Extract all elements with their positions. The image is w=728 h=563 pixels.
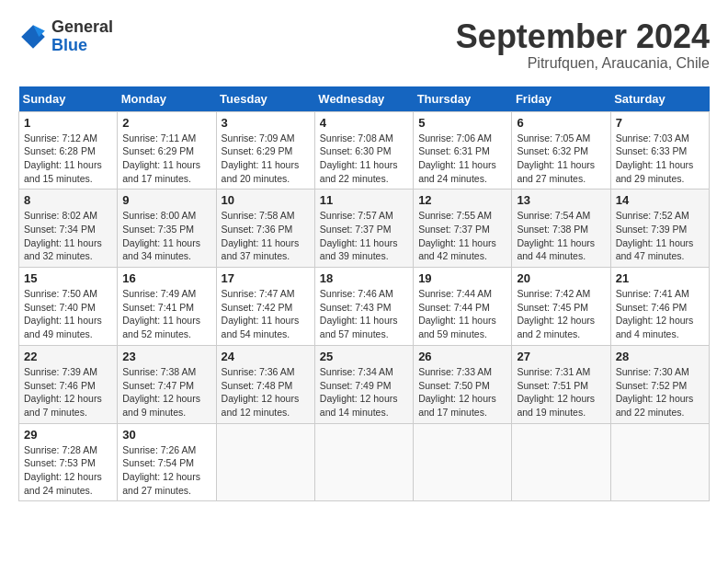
day-number: 17 bbox=[222, 271, 310, 285]
day-info: Sunrise: 7:09 AM Sunset: 6:29 PM Dayligh… bbox=[222, 132, 310, 186]
day-info: Sunrise: 7:05 AM Sunset: 6:32 PM Dayligh… bbox=[517, 132, 605, 186]
day-number: 28 bbox=[616, 350, 704, 363]
day-info: Sunrise: 7:36 AM Sunset: 7:48 PM Dayligh… bbox=[222, 365, 310, 419]
day-number: 22 bbox=[24, 350, 112, 363]
calendar-cell: 27 Sunrise: 7:31 AM Sunset: 7:51 PM Dayl… bbox=[512, 345, 610, 423]
logo: General Blue bbox=[18, 18, 113, 55]
calendar-cell: 14 Sunrise: 7:52 AM Sunset: 7:39 PM Dayl… bbox=[610, 190, 709, 268]
page-container: General Blue September 2024 Pitrufquen, … bbox=[18, 18, 710, 501]
day-number: 12 bbox=[418, 193, 506, 207]
day-number: 27 bbox=[517, 350, 605, 363]
calendar-row: 15 Sunrise: 7:50 AM Sunset: 7:40 PM Dayl… bbox=[19, 268, 710, 346]
day-number: 14 bbox=[616, 193, 704, 207]
day-number: 10 bbox=[222, 193, 310, 207]
calendar-cell: 19 Sunrise: 7:44 AM Sunset: 7:44 PM Dayl… bbox=[414, 268, 512, 346]
calendar-cell: 12 Sunrise: 7:55 AM Sunset: 7:37 PM Dayl… bbox=[414, 190, 512, 268]
col-monday: Monday bbox=[118, 86, 216, 112]
day-info: Sunrise: 7:49 AM Sunset: 7:41 PM Dayligh… bbox=[122, 287, 210, 341]
day-number: 25 bbox=[320, 350, 408, 363]
day-info: Sunrise: 7:47 AM Sunset: 7:42 PM Dayligh… bbox=[222, 287, 310, 341]
day-number: 4 bbox=[320, 116, 408, 130]
calendar-cell bbox=[512, 423, 610, 501]
day-info: Sunrise: 7:11 AM Sunset: 6:29 PM Dayligh… bbox=[122, 132, 210, 186]
day-number: 29 bbox=[24, 428, 112, 442]
calendar-cell: 16 Sunrise: 7:49 AM Sunset: 7:41 PM Dayl… bbox=[118, 268, 216, 346]
day-info: Sunrise: 7:30 AM Sunset: 7:52 PM Dayligh… bbox=[616, 365, 704, 419]
day-info: Sunrise: 7:46 AM Sunset: 7:43 PM Dayligh… bbox=[320, 287, 408, 341]
day-number: 9 bbox=[122, 193, 210, 207]
calendar-cell: 17 Sunrise: 7:47 AM Sunset: 7:42 PM Dayl… bbox=[216, 268, 314, 346]
col-friday: Friday bbox=[512, 86, 610, 112]
day-number: 19 bbox=[418, 271, 506, 285]
day-info: Sunrise: 7:55 AM Sunset: 7:37 PM Dayligh… bbox=[418, 209, 506, 263]
col-thursday: Thursday bbox=[414, 86, 512, 112]
calendar-cell: 24 Sunrise: 7:36 AM Sunset: 7:48 PM Dayl… bbox=[216, 345, 314, 423]
day-info: Sunrise: 7:26 AM Sunset: 7:54 PM Dayligh… bbox=[122, 443, 210, 498]
calendar-cell: 30 Sunrise: 7:26 AM Sunset: 7:54 PM Dayl… bbox=[118, 423, 216, 501]
calendar-row: 1 Sunrise: 7:12 AM Sunset: 6:28 PM Dayli… bbox=[19, 111, 710, 190]
calendar-cell: 7 Sunrise: 7:03 AM Sunset: 6:33 PM Dayli… bbox=[610, 111, 709, 190]
calendar-cell: 18 Sunrise: 7:46 AM Sunset: 7:43 PM Dayl… bbox=[314, 268, 413, 346]
calendar-table: Sunday Monday Tuesday Wednesday Thursday… bbox=[18, 86, 710, 502]
day-info: Sunrise: 8:00 AM Sunset: 7:35 PM Dayligh… bbox=[122, 209, 210, 263]
title-block: September 2024 Pitrufquen, Araucania, Ch… bbox=[456, 18, 710, 72]
day-number: 2 bbox=[122, 116, 210, 130]
location-text: Pitrufquen, Araucania, Chile bbox=[456, 55, 710, 72]
page-header: General Blue September 2024 Pitrufquen, … bbox=[18, 18, 710, 72]
calendar-cell: 15 Sunrise: 7:50 AM Sunset: 7:40 PM Dayl… bbox=[19, 268, 118, 346]
calendar-cell bbox=[314, 423, 413, 501]
day-info: Sunrise: 7:57 AM Sunset: 7:37 PM Dayligh… bbox=[320, 209, 408, 263]
logo-text: General Blue bbox=[51, 18, 113, 55]
day-number: 16 bbox=[122, 271, 210, 285]
calendar-cell: 10 Sunrise: 7:58 AM Sunset: 7:36 PM Dayl… bbox=[216, 190, 314, 268]
calendar-cell: 2 Sunrise: 7:11 AM Sunset: 6:29 PM Dayli… bbox=[118, 111, 216, 190]
calendar-cell bbox=[610, 423, 709, 501]
day-info: Sunrise: 7:06 AM Sunset: 6:31 PM Dayligh… bbox=[418, 132, 506, 186]
day-info: Sunrise: 7:58 AM Sunset: 7:36 PM Dayligh… bbox=[222, 209, 310, 263]
day-info: Sunrise: 7:52 AM Sunset: 7:39 PM Dayligh… bbox=[616, 209, 704, 263]
day-info: Sunrise: 7:50 AM Sunset: 7:40 PM Dayligh… bbox=[24, 287, 112, 341]
logo-icon bbox=[18, 22, 48, 52]
day-info: Sunrise: 7:28 AM Sunset: 7:53 PM Dayligh… bbox=[24, 443, 112, 498]
calendar-cell: 29 Sunrise: 7:28 AM Sunset: 7:53 PM Dayl… bbox=[19, 423, 118, 501]
calendar-cell: 6 Sunrise: 7:05 AM Sunset: 6:32 PM Dayli… bbox=[512, 111, 610, 190]
day-info: Sunrise: 7:31 AM Sunset: 7:51 PM Dayligh… bbox=[517, 365, 605, 419]
day-number: 8 bbox=[24, 193, 112, 207]
day-info: Sunrise: 7:41 AM Sunset: 7:46 PM Dayligh… bbox=[616, 287, 704, 341]
calendar-cell: 26 Sunrise: 7:33 AM Sunset: 7:50 PM Dayl… bbox=[414, 345, 512, 423]
calendar-cell: 23 Sunrise: 7:38 AM Sunset: 7:47 PM Dayl… bbox=[118, 345, 216, 423]
day-number: 1 bbox=[24, 116, 112, 130]
day-info: Sunrise: 7:42 AM Sunset: 7:45 PM Dayligh… bbox=[517, 287, 605, 341]
calendar-header-row: Sunday Monday Tuesday Wednesday Thursday… bbox=[19, 86, 710, 112]
day-info: Sunrise: 7:54 AM Sunset: 7:38 PM Dayligh… bbox=[517, 209, 605, 263]
day-number: 23 bbox=[122, 350, 210, 363]
col-saturday: Saturday bbox=[610, 86, 709, 112]
svg-marker-0 bbox=[21, 25, 45, 49]
col-wednesday: Wednesday bbox=[314, 86, 413, 112]
logo-general-text: General bbox=[51, 17, 113, 36]
calendar-cell: 1 Sunrise: 7:12 AM Sunset: 6:28 PM Dayli… bbox=[19, 111, 118, 190]
logo-blue-text: Blue bbox=[51, 36, 87, 54]
day-info: Sunrise: 7:44 AM Sunset: 7:44 PM Dayligh… bbox=[418, 287, 506, 341]
day-number: 15 bbox=[24, 271, 112, 285]
day-number: 11 bbox=[320, 193, 408, 207]
day-number: 6 bbox=[517, 116, 605, 130]
calendar-cell bbox=[216, 423, 314, 501]
day-info: Sunrise: 7:03 AM Sunset: 6:33 PM Dayligh… bbox=[616, 132, 704, 186]
calendar-cell: 13 Sunrise: 7:54 AM Sunset: 7:38 PM Dayl… bbox=[512, 190, 610, 268]
day-number: 13 bbox=[517, 193, 605, 207]
calendar-cell: 8 Sunrise: 8:02 AM Sunset: 7:34 PM Dayli… bbox=[19, 190, 118, 268]
calendar-row: 22 Sunrise: 7:39 AM Sunset: 7:46 PM Dayl… bbox=[19, 345, 710, 423]
calendar-cell: 25 Sunrise: 7:34 AM Sunset: 7:49 PM Dayl… bbox=[314, 345, 413, 423]
day-info: Sunrise: 7:39 AM Sunset: 7:46 PM Dayligh… bbox=[24, 365, 112, 419]
day-number: 21 bbox=[616, 271, 704, 285]
day-number: 7 bbox=[616, 116, 704, 130]
calendar-cell: 22 Sunrise: 7:39 AM Sunset: 7:46 PM Dayl… bbox=[19, 345, 118, 423]
day-info: Sunrise: 7:33 AM Sunset: 7:50 PM Dayligh… bbox=[418, 365, 506, 419]
day-number: 5 bbox=[418, 116, 506, 130]
day-info: Sunrise: 7:38 AM Sunset: 7:47 PM Dayligh… bbox=[122, 365, 210, 419]
month-title: September 2024 bbox=[456, 18, 710, 55]
day-info: Sunrise: 7:12 AM Sunset: 6:28 PM Dayligh… bbox=[24, 132, 112, 186]
day-info: Sunrise: 8:02 AM Sunset: 7:34 PM Dayligh… bbox=[24, 209, 112, 263]
calendar-cell: 28 Sunrise: 7:30 AM Sunset: 7:52 PM Dayl… bbox=[610, 345, 709, 423]
